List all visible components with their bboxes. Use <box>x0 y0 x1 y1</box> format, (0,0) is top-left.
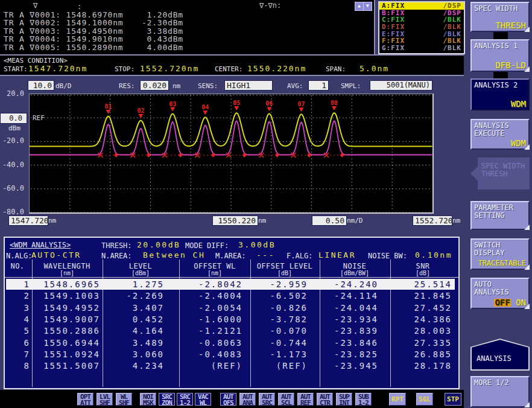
table-cell: -23.825 <box>334 349 378 359</box>
svg-text:05: 05 <box>233 100 240 106</box>
softkey-opt-att[interactable]: OPTATT <box>77 393 93 406</box>
table-cell: (REF) <box>276 361 308 371</box>
sens-label: SENS: <box>198 82 218 90</box>
res-field[interactable]: 0.020 <box>140 80 169 91</box>
table-cell: -23.945 <box>334 361 378 371</box>
column-unit: [dB] <box>416 270 430 276</box>
table-cell: -6.502 <box>270 291 308 301</box>
table-cell: -2.8042 <box>198 279 242 289</box>
softkey-parameter-setting[interactable]: PARAMETERSETTING <box>470 201 530 230</box>
softkey-aut-ctr[interactable]: AUTCTR <box>317 393 333 406</box>
softkey-stp[interactable]: STP <box>445 393 461 406</box>
softkey-analysis[interactable]: ANALYSIS <box>470 339 530 371</box>
avg-field[interactable]: 1 <box>308 80 329 91</box>
wdm-param-value: AUTO-CTR <box>31 250 81 260</box>
y-axis-tick: 0.0 <box>0 113 27 124</box>
softkey-vac-wl[interactable]: VACWL <box>195 393 211 406</box>
table-cell: 21.845 <box>414 291 452 301</box>
softkey-wl-shf[interactable]: WLSHF <box>116 393 132 406</box>
level-scale-unit: dB/D <box>55 82 72 90</box>
softkey-noi-msk[interactable]: NOIMSK <box>140 393 156 406</box>
softkey-analysis-2[interactable]: ANALYSIS 2WDM <box>470 78 530 110</box>
softkey-auto-analysis[interactable]: AUTOANALYSISOFF ON <box>470 278 530 309</box>
table-cell: -0.4083 <box>198 349 242 359</box>
softkey-rpt[interactable]: RPT <box>389 393 406 406</box>
table-cell: 5 <box>24 326 30 336</box>
trace-scroll-up-button[interactable]: ▲ <box>355 2 364 11</box>
table-cell: -0.826 <box>270 303 308 313</box>
table-cell: 27.452 <box>414 303 452 313</box>
column-unit: [nm] <box>207 270 222 276</box>
table-cell: -0.070 <box>270 326 308 336</box>
table-cell: 3.489 <box>133 338 164 348</box>
wdm-param-value: 0.10nm <box>415 250 452 260</box>
softkey-spec-width-thresh[interactable]: SPEC WIDTHTHRESH <box>470 158 530 190</box>
y-axis-tick: -20.0 <box>0 136 24 145</box>
table-cell: 28.003 <box>414 326 452 336</box>
svg-text:04: 04 <box>201 104 209 110</box>
column-header: SNR <box>416 262 429 270</box>
table-cell: 7 <box>24 349 30 359</box>
wdm-param-label: N.AREA: <box>101 252 132 260</box>
softkey-switch-display[interactable]: SWITCHDISPLAYTRACE&TABLE <box>470 238 530 270</box>
softkey-analysis-1[interactable]: ANALYSIS 1DFB-LD <box>470 39 530 72</box>
softkey-lvl-shf[interactable]: LVLSHF <box>97 393 113 406</box>
y-axis-tick: -60.0 <box>0 184 24 193</box>
wdm-param-label: M.AREA: <box>215 252 246 260</box>
softkey-src-1-2[interactable]: SRC1-2 <box>177 393 193 406</box>
table-cell: 3 <box>24 303 30 313</box>
softkey-aut-src[interactable]: AUTSRC <box>259 393 275 406</box>
marker-delta-label: ∇-∇n: <box>259 1 281 10</box>
table-cell: 1 <box>24 279 30 289</box>
softkey-src-zon[interactable]: SRCZON <box>159 393 175 406</box>
trace-scroll-down-button[interactable]: ▼ <box>363 2 372 11</box>
softkey-more[interactable]: MORE 1/2 <box>470 376 530 407</box>
table-cell: -2.0054 <box>198 303 242 313</box>
softkey-sgl[interactable]: SGL <box>416 393 433 406</box>
table-cell: 4.234 <box>133 361 164 371</box>
marker-row: TR A ∇0004: 1549.9010nm0.43dBm <box>4 35 183 43</box>
x-scale-unit: nm/D <box>347 217 363 225</box>
start-label: START: <box>4 65 28 73</box>
stop-label: STOP: <box>115 65 135 73</box>
smpl-label: SMPL: <box>341 82 361 90</box>
softkey-aut-ofs[interactable]: AUTOFS <box>220 393 236 406</box>
res-label: RES: <box>119 82 135 90</box>
svg-text:06: 06 <box>265 100 273 107</box>
column-header: NOISE <box>343 262 367 270</box>
softkey-aut-scl[interactable]: AUTSCL <box>278 393 294 406</box>
table-cell: -3.782 <box>270 314 308 324</box>
softkey-sup-int[interactable]: SUPINT <box>336 393 352 406</box>
softkey-sub-1-2[interactable]: SUB1-2 <box>355 393 372 406</box>
wdm-param-value: Between CH <box>143 250 205 260</box>
wdm-param-label: THRESH: <box>101 241 132 250</box>
smpl-field[interactable]: 5001(MANU) <box>370 80 432 91</box>
marker-row: TR A ∇0001: 1548.6970nm1.20dBm <box>4 11 183 19</box>
start-value: 1547.720nm <box>28 64 87 73</box>
marker-row: TR A ∇0005: 1550.2890nm4.00dBm <box>4 43 183 51</box>
trace-legend-row[interactable]: G:FIX/BLK <box>379 45 464 52</box>
wdm-title: <WDM ANALYSIS> <box>10 241 71 249</box>
table-cell: -2.269 <box>126 291 164 301</box>
panel-divider-vertical <box>374 0 375 54</box>
softkey-aut-ana[interactable]: AUTANA <box>239 393 256 406</box>
avg-label: AVG: <box>287 82 303 90</box>
softkey-spec-width[interactable]: SPEC WIDTHTHRESH <box>470 2 530 32</box>
center-value: 1550.220nm <box>247 64 306 73</box>
table-cell: 26.885 <box>414 349 452 359</box>
table-cell: 1548.6965 <box>43 279 100 289</box>
table-cell: 8 <box>24 361 30 371</box>
x-stop-unit: nm <box>452 217 460 225</box>
table-cell: 3.060 <box>133 349 164 359</box>
table-cell: 1551.0924 <box>43 349 100 359</box>
sens-field[interactable]: HIGH1 <box>224 80 273 91</box>
x-scale-box: 0.50 <box>312 215 347 226</box>
table-cell: 24.386 <box>414 314 452 324</box>
softkey-aut-ref[interactable]: AUTREF <box>297 393 314 406</box>
level-scale-field[interactable]: 10.0 <box>28 80 54 91</box>
table-cell: -24.114 <box>334 291 378 301</box>
wdm-param-label: N.ALG: <box>6 252 32 260</box>
softkey-analysis-execute[interactable]: ANALYSISEXECUTEWDM <box>470 119 530 150</box>
wdm-param-value: --- <box>256 250 275 260</box>
marker-readout-panel: ∇ : ∇-∇n: TR A ∇0001: 1548.6970nm1.20dBm… <box>0 0 374 54</box>
